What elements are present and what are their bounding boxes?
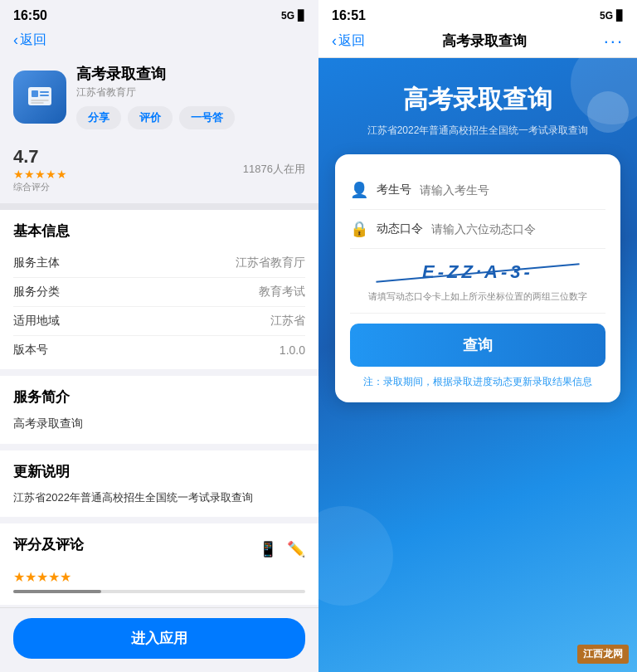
update-section: 更新说明 江苏省2022年普通高校招生全国统一考试录取查询: [0, 450, 318, 518]
service-intro-title: 服务简介: [13, 387, 305, 407]
back-chevron-right: ‹: [332, 32, 337, 50]
form-note: 注：录取期间，根据录取进度动态更新录取结果信息: [350, 375, 605, 389]
rating-users: 11876人在用: [243, 162, 305, 177]
info-row-subject: 服务主体 江苏省教育厅: [13, 249, 305, 278]
captcha-note: 请填写动态口令卡上如上所示坐标位置的两组三位数字: [350, 290, 605, 303]
service-intro-section: 服务简介 高考录取查询: [0, 376, 318, 444]
rating-number: 4.7: [13, 146, 67, 168]
service-intro-text: 高考录取查询: [13, 415, 305, 432]
signal-left: 5G: [281, 10, 294, 22]
status-icons-left: 5G ▊: [281, 10, 305, 22]
exam-id-input[interactable]: [420, 183, 605, 197]
status-icons-right: 5G ▊: [600, 10, 624, 22]
review-button[interactable]: 评价: [128, 106, 173, 129]
status-bar-left: 16:50 5G ▊: [0, 0, 318, 28]
review-bar: [13, 590, 305, 593]
main-subtitle: 江苏省2022年普通高校招生全国统一考试录取查询: [367, 124, 589, 138]
app-icon-svg: [25, 82, 55, 112]
update-text: 江苏省2022年普通高校招生全国统一考试录取查询: [13, 489, 305, 506]
password-label: 动态口令: [377, 222, 423, 236]
rating-left: 4.7 ★★★★★ 综合评分: [13, 146, 67, 193]
label-region: 适用地域: [13, 314, 60, 329]
update-title: 更新说明: [13, 462, 305, 481]
edit-icon[interactable]: ✏️: [287, 540, 305, 558]
back-label-right: 返回: [338, 32, 365, 50]
label-version: 版本号: [13, 343, 48, 358]
person-icon: 👤: [350, 181, 368, 199]
deco-circle-3: [318, 506, 393, 606]
bottom-bar-left: 进入应用: [0, 607, 318, 672]
app-info: 高考录取查询 江苏省教育厅 分享 评价 一号答: [76, 66, 305, 129]
review-header: 评分及评论 📱 ✏️: [13, 535, 305, 562]
phone-icon[interactable]: 📱: [259, 540, 277, 558]
answer-button[interactable]: 一号答: [179, 106, 235, 129]
rating-label: 综合评分: [13, 181, 67, 193]
captcha-image: E-ZZ·A-3-: [350, 257, 605, 287]
back-chevron-left: ‹: [13, 32, 18, 49]
time-right: 16:51: [332, 8, 366, 23]
nav-bar-right: ‹ 返回 高考录取查询 ···: [318, 28, 637, 58]
exam-id-field: 👤 考生号: [350, 171, 605, 210]
review-title: 评分及评论: [13, 535, 84, 554]
captcha-area: E-ZZ·A-3- 请填写动态口令卡上如上所示坐标位置的两组三位数字: [350, 249, 605, 314]
review-section: 评分及评论 📱 ✏️ ★★★★★: [0, 523, 318, 605]
nav-bar-left: ‹ 返回: [0, 28, 318, 56]
deco-circle-2: [587, 91, 629, 133]
rating-row: 4.7 ★★★★★ 综合评分 11876人在用: [0, 139, 318, 203]
label-category: 服务分类: [13, 285, 60, 299]
app-header: 高考录取查询 江苏省教育厅 分享 评价 一号答: [0, 56, 318, 139]
info-row-category: 服务分类 教育考试: [13, 278, 305, 307]
left-panel: 16:50 5G ▊ ‹ 返回 高考录取查询 江苏省教育厅: [0, 0, 318, 672]
app-provider: 江苏省教育厅: [76, 85, 305, 100]
nav-dots-right[interactable]: ···: [604, 32, 624, 51]
enter-app-button[interactable]: 进入应用: [13, 618, 305, 659]
form-card: 👤 考生号 🔒 动态口令 E-ZZ·A-3- 请填写动态口令卡上如上所示坐标位置…: [335, 154, 620, 402]
password-input[interactable]: [431, 222, 605, 236]
value-region: 江苏省: [270, 314, 305, 329]
exam-id-label: 考生号: [377, 183, 411, 197]
review-bar-fill: [13, 590, 101, 593]
app-name: 高考录取查询: [76, 66, 305, 84]
svg-rect-1: [32, 90, 38, 97]
back-button-left[interactable]: ‹ 返回: [13, 32, 305, 49]
label-subject: 服务主体: [13, 256, 60, 270]
nav-title-right: 高考录取查询: [442, 32, 527, 51]
basic-info-title: 基本信息: [13, 222, 305, 241]
value-version: 1.0.0: [280, 343, 305, 357]
rating-stars: ★★★★★: [13, 168, 67, 181]
watermark: 江西龙网: [577, 645, 629, 664]
query-button[interactable]: 查询: [350, 324, 605, 367]
info-row-region: 适用地域 江苏省: [13, 307, 305, 336]
battery-right: ▊: [616, 10, 624, 22]
battery-left: ▊: [298, 10, 305, 22]
share-button[interactable]: 分享: [76, 106, 121, 129]
status-bar-right: 16:51 5G ▊: [318, 0, 637, 28]
main-title: 高考录取查询: [403, 83, 552, 117]
value-subject: 江苏省教育厅: [236, 256, 305, 270]
divider-1: [0, 203, 318, 210]
review-icons: 📱 ✏️: [259, 540, 305, 558]
signal-right: 5G: [600, 10, 613, 22]
password-field: 🔒 动态口令: [350, 210, 605, 249]
app-content: 高考录取查询 江苏省2022年普通高校招生全国统一考试录取查询 👤 考生号 🔒 …: [318, 58, 637, 672]
back-button-right[interactable]: ‹ 返回: [332, 32, 365, 50]
review-stars: ★★★★★: [13, 569, 305, 585]
app-actions: 分享 评价 一号答: [76, 106, 305, 129]
time-left: 16:50: [13, 8, 47, 23]
basic-info-section: 基本信息 服务主体 江苏省教育厅 服务分类 教育考试 适用地域 江苏省 版本号 …: [0, 210, 318, 369]
app-icon: [13, 71, 66, 124]
info-row-version: 版本号 1.0.0: [13, 336, 305, 364]
back-label-left: 返回: [20, 32, 46, 49]
value-category: 教育考试: [259, 285, 305, 299]
right-panel: 16:51 5G ▊ ‹ 返回 高考录取查询 ··· 高考录取查询 江苏省202…: [318, 0, 637, 672]
lock-icon: 🔒: [350, 220, 368, 238]
